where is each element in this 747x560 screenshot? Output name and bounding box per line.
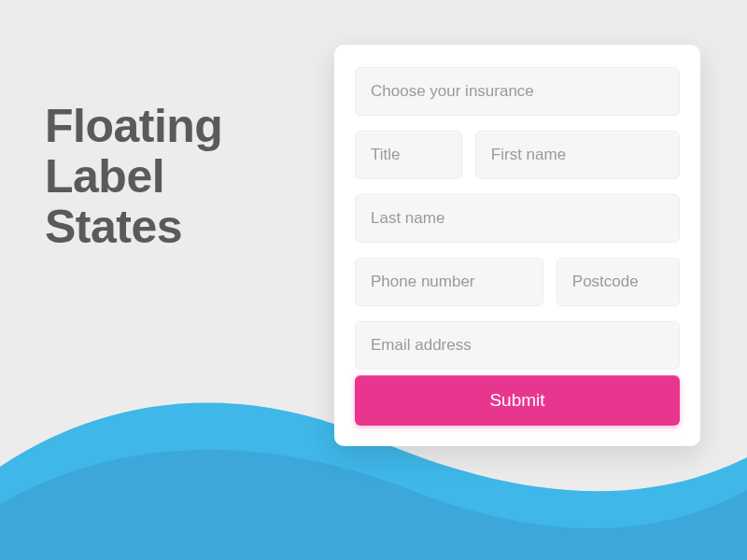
- title-placeholder: Title: [371, 146, 401, 164]
- page-title-line2: Label: [45, 151, 222, 202]
- title-field[interactable]: Title: [355, 131, 462, 179]
- page-title: Floating Label States: [45, 101, 222, 252]
- last-name-placeholder: Last name: [371, 209, 444, 228]
- insurance-select[interactable]: Choose your insurance: [355, 67, 680, 116]
- page-title-line1: Floating: [45, 101, 222, 151]
- phone-field[interactable]: Phone number: [355, 258, 543, 306]
- first-name-placeholder: First name: [491, 146, 566, 164]
- last-name-field[interactable]: Last name: [355, 194, 680, 243]
- insurance-placeholder: Choose your insurance: [371, 82, 534, 101]
- email-placeholder: Email address: [371, 336, 472, 355]
- phone-placeholder: Phone number: [371, 273, 475, 291]
- submit-button[interactable]: Submit: [355, 375, 680, 426]
- form-card: Choose your insurance Title First name L…: [334, 45, 700, 446]
- page-title-line3: States: [45, 202, 222, 252]
- postcode-placeholder: Postcode: [572, 273, 639, 291]
- first-name-field[interactable]: First name: [475, 131, 680, 179]
- email-field[interactable]: Email address: [355, 321, 680, 370]
- postcode-field[interactable]: Postcode: [557, 258, 680, 306]
